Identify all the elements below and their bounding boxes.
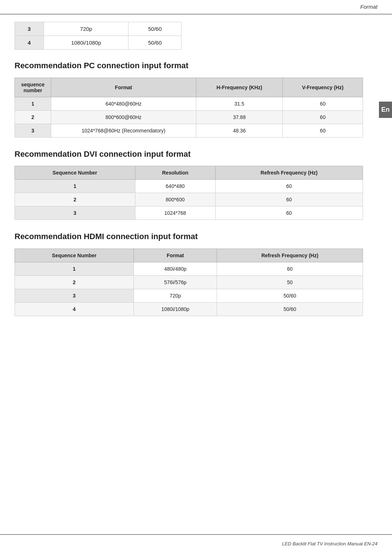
refresh-cell: 60: [215, 206, 363, 220]
column-header: Sequence Number: [15, 166, 135, 180]
format-cell: 1080i/1080p: [44, 36, 128, 50]
refresh-cell: 50: [217, 275, 363, 289]
table-row: 3 720p 50/60: [15, 22, 181, 36]
hdmi-section-heading: Recommendation HDMI connection input for…: [15, 232, 363, 242]
seq-cell: 2: [15, 110, 51, 124]
table-row: 2 800*600@60Hz 37.88 60: [15, 110, 363, 124]
table-row: 2 576i/576p 50: [15, 275, 363, 289]
pc-table: sequence numberFormatH-Frequency (KHz)V-…: [15, 78, 363, 138]
dvi-section: Recommendation DVI connection input form…: [15, 149, 363, 220]
freq-cell: 50/60: [128, 36, 181, 50]
seq-cell: 1: [15, 97, 51, 110]
seq-cell: 1: [15, 262, 134, 275]
dvi-section-heading: Recommendation DVI connection input form…: [15, 149, 363, 160]
column-header: V-Frequency (Hz): [283, 78, 363, 97]
seq-cell: 3: [15, 289, 134, 302]
refresh-cell: 60: [215, 180, 363, 193]
refresh-cell: 60: [217, 262, 363, 275]
refresh-cell: 50/60: [217, 289, 363, 302]
table-row: 3 1024*768@60Hz (Recommendatory) 48.36 6…: [15, 124, 363, 137]
seq-cell: 4: [15, 302, 134, 316]
pc-section-heading: Recommendation PC connection input forma…: [15, 61, 363, 71]
main-content: 3 720p 50/60 4 1080i/1080p 50/60 Recomme…: [15, 18, 363, 328]
table-row: 3 720p 50/60: [15, 289, 363, 302]
seq-cell: 4: [15, 36, 44, 50]
table-row: 4 1080i/1080p 50/60: [15, 302, 363, 316]
seq-cell: 3: [15, 206, 135, 220]
top-border: [0, 14, 392, 15]
column-header: Format: [134, 249, 217, 262]
side-tab-en: En: [379, 102, 392, 118]
page-container: Format En 3 720p 50/60 4 1080i/1080p 50/…: [0, 0, 392, 553]
pc-section: Recommendation PC connection input forma…: [15, 61, 363, 138]
seq-cell: 2: [15, 193, 135, 206]
seq-cell: 3: [15, 124, 51, 137]
column-header: Format: [51, 78, 196, 97]
intro-table: 3 720p 50/60 4 1080i/1080p 50/60: [15, 22, 181, 50]
h-freq-cell: 31.5: [196, 97, 283, 110]
column-header: H-Frequency (KHz): [196, 78, 283, 97]
column-header: sequence number: [15, 78, 51, 97]
header-format-label: Format: [360, 4, 377, 10]
v-freq-cell: 60: [283, 97, 363, 110]
h-freq-cell: 48.36: [196, 124, 283, 137]
seq-cell: 3: [15, 22, 44, 36]
format-cell: 1024*768@60Hz (Recommendatory): [51, 124, 196, 137]
format-cell: 800*600@60Hz: [51, 110, 196, 124]
column-header: Sequence Number: [15, 249, 134, 262]
table-row: 1 480i/480p 60: [15, 262, 363, 275]
bottom-border: [0, 534, 392, 535]
column-header: Refresh Frequency (Hz): [215, 166, 363, 180]
format-cell: 576i/576p: [134, 275, 217, 289]
refresh-cell: 60: [215, 193, 363, 206]
format-cell: 640*480@60Hz: [51, 97, 196, 110]
resolution-cell: 800*600: [135, 193, 215, 206]
format-cell: 480i/480p: [134, 262, 217, 275]
table-row: 4 1080i/1080p 50/60: [15, 36, 181, 50]
table-row: 2 800*600 60: [15, 193, 363, 206]
hdmi-section: Recommendation HDMI connection input for…: [15, 232, 363, 316]
hdmi-table: Sequence NumberFormatRefresh Frequency (…: [15, 249, 363, 316]
format-cell: 720p: [44, 22, 128, 36]
footer-label: LED Backlit Flat TV Instruction Manual E…: [282, 541, 377, 546]
v-freq-cell: 60: [283, 110, 363, 124]
seq-cell: 1: [15, 180, 135, 193]
format-cell: 720p: [134, 289, 217, 302]
table-row: 3 1024*768 60: [15, 206, 363, 220]
dvi-table: Sequence NumberResolutionRefresh Frequen…: [15, 166, 363, 220]
resolution-cell: 640*480: [135, 180, 215, 193]
seq-cell: 2: [15, 275, 134, 289]
freq-cell: 50/60: [128, 22, 181, 36]
resolution-cell: 1024*768: [135, 206, 215, 220]
table-row: 1 640*480 60: [15, 180, 363, 193]
refresh-cell: 50/60: [217, 302, 363, 316]
column-header: Refresh Frequency (Hz): [217, 249, 363, 262]
h-freq-cell: 37.88: [196, 110, 283, 124]
v-freq-cell: 60: [283, 124, 363, 137]
column-header: Resolution: [135, 166, 215, 180]
format-cell: 1080i/1080p: [134, 302, 217, 316]
table-row: 1 640*480@60Hz 31.5 60: [15, 97, 363, 110]
